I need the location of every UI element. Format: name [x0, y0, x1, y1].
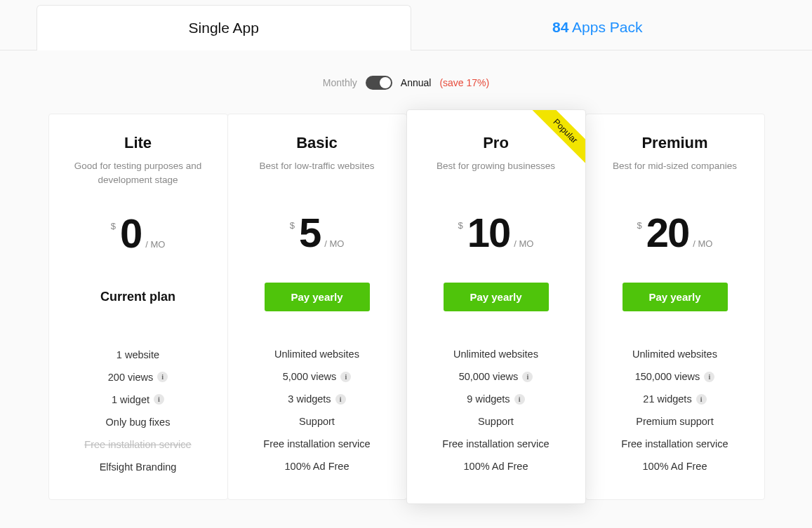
plan-card-premium: PremiumBest for mid-sized companies$20/ … — [585, 114, 765, 500]
feature-text: Free installation service — [442, 438, 549, 449]
feature-text: Free installation service — [263, 438, 370, 449]
price-period: / MO — [324, 238, 344, 249]
feature-item: Free installation service — [62, 433, 215, 456]
info-icon[interactable]: i — [340, 372, 351, 382]
feature-text: 1 website — [117, 349, 159, 360]
info-icon[interactable]: i — [154, 394, 164, 405]
billing-toggle-row: Monthly Annual (save 17%) — [0, 50, 812, 114]
pricing-tabs: Single App 84 Apps Pack — [0, 0, 812, 50]
feature-item: 200 viewsi — [62, 366, 215, 388]
feature-text: 5,000 views — [283, 371, 337, 382]
price-period: / MO — [145, 239, 165, 250]
price-amount: 5 — [299, 212, 320, 253]
billing-switch-knob — [380, 77, 391, 88]
feature-item: 5,000 viewsi — [241, 365, 394, 388]
price-amount: 10 — [467, 212, 510, 253]
plan-name: Premium — [599, 134, 752, 152]
tab-apps-pack[interactable]: 84 Apps Pack — [411, 5, 785, 50]
feature-text: 200 views — [108, 372, 153, 383]
feature-text: 50,000 views — [459, 371, 519, 382]
feature-item: Support — [420, 410, 573, 433]
feature-item: 21 widgetsi — [599, 388, 752, 410]
feature-text: Unlimited websites — [453, 348, 538, 360]
pay-yearly-button[interactable]: Pay yearly — [265, 283, 370, 311]
feature-text: 100% Ad Free — [464, 461, 528, 472]
current-plan-label: Current plan — [100, 290, 175, 304]
feature-item: Free installation service — [599, 433, 752, 455]
pay-yearly-button[interactable]: Pay yearly — [444, 283, 549, 311]
info-icon[interactable]: i — [696, 394, 707, 405]
feature-text: 3 widgets — [288, 393, 331, 405]
price-amount: 20 — [646, 212, 689, 253]
plan-subtitle: Good for testing purposes and developmen… — [62, 159, 215, 188]
feature-text: Elfsight Branding — [100, 461, 177, 473]
info-icon[interactable]: i — [157, 372, 168, 382]
feature-item: 100% Ad Free — [599, 455, 752, 478]
plan-cta: Pay yearly — [599, 281, 752, 312]
feature-text: Unlimited websites — [632, 348, 717, 360]
feature-text: Only bug fixes — [106, 417, 171, 428]
feature-item: Only bug fixes — [62, 411, 215, 433]
price-currency: $ — [290, 220, 295, 231]
info-icon[interactable]: i — [514, 394, 525, 405]
feature-item: Unlimited websites — [420, 343, 573, 365]
plan-features: Unlimited websites5,000 viewsi3 widgetsi… — [241, 343, 394, 478]
price-period: / MO — [693, 238, 712, 249]
plan-price: $0/ MO — [62, 213, 215, 254]
plan-cta: Pay yearly — [420, 281, 573, 312]
price-currency: $ — [637, 220, 642, 231]
price-period: / MO — [514, 238, 533, 249]
feature-item: Unlimited websites — [241, 343, 394, 365]
plan-subtitle: Best for mid-sized companies — [599, 159, 752, 187]
plan-features: 1 website200 viewsi1 widgetiOnly bug fix… — [62, 344, 215, 478]
feature-item: 1 website — [62, 344, 215, 366]
feature-item: 100% Ad Free — [420, 455, 573, 478]
plan-card-pro: PopularProBest for growing businesses$10… — [406, 109, 586, 504]
plan-features: Unlimited websites150,000 viewsi21 widge… — [599, 343, 752, 478]
feature-text: 100% Ad Free — [643, 461, 707, 472]
feature-text: Free installation service — [621, 438, 728, 449]
plan-subtitle: Best for growing businesses — [420, 159, 573, 187]
price-amount: 0 — [120, 213, 141, 254]
feature-item: 100% Ad Free — [241, 455, 394, 478]
billing-annual-label[interactable]: Annual — [401, 77, 432, 88]
feature-text: 100% Ad Free — [285, 461, 350, 472]
plan-card-lite: LiteGood for testing purposes and develo… — [48, 114, 228, 500]
plan-price: $20/ MO — [599, 212, 752, 253]
plan-cta: Current plan — [62, 282, 215, 313]
price-currency: $ — [111, 221, 116, 231]
tab-single-app[interactable]: Single App — [36, 5, 411, 50]
feature-text: Free installation service — [84, 439, 191, 450]
feature-text: Premium support — [636, 416, 713, 427]
feature-text: 150,000 views — [635, 371, 700, 382]
plan-name: Basic — [241, 134, 394, 152]
feature-text: 9 widgets — [467, 393, 510, 405]
billing-save-label: (save 17%) — [439, 77, 489, 88]
plans-grid: LiteGood for testing purposes and develo… — [48, 114, 764, 500]
info-icon[interactable]: i — [522, 372, 533, 382]
feature-item: Free installation service — [420, 433, 573, 455]
feature-item: 1 widgeti — [62, 388, 215, 411]
feature-item: 150,000 viewsi — [599, 365, 752, 388]
billing-switch[interactable] — [366, 76, 392, 90]
tab-pack-count: 84 — [552, 19, 568, 35]
tab-pack-suffix: Apps Pack — [572, 19, 642, 35]
plan-name: Lite — [62, 134, 215, 152]
plan-features: Unlimited websites50,000 viewsi9 widgets… — [420, 343, 573, 478]
feature-item: Elfsight Branding — [62, 456, 215, 478]
billing-monthly-label[interactable]: Monthly — [323, 77, 357, 88]
info-icon[interactable]: i — [704, 372, 714, 382]
feature-text: Support — [478, 416, 514, 427]
plan-price: $5/ MO — [241, 212, 394, 253]
feature-item: Premium support — [599, 410, 752, 433]
feature-item: Free installation service — [241, 433, 394, 455]
plan-subtitle: Best for low-traffic websites — [241, 159, 394, 187]
feature-item: Support — [241, 410, 394, 433]
plan-name: Pro — [420, 134, 573, 152]
feature-text: Support — [299, 416, 335, 427]
feature-item: 3 widgetsi — [241, 388, 394, 410]
pay-yearly-button[interactable]: Pay yearly — [623, 283, 728, 311]
feature-item: 50,000 viewsi — [420, 365, 573, 388]
plan-cta: Pay yearly — [241, 281, 394, 312]
info-icon[interactable]: i — [335, 394, 346, 405]
